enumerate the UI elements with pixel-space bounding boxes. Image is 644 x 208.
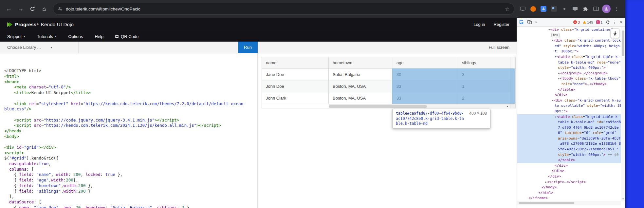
dom-tree-line[interactable]: table k-table-md" id="ca9fad8 [517,120,621,125]
dom-tree[interactable]: ▾<div class="k-grid-container">flex▾<div… [517,27,621,201]
dom-tree-line[interactable]: </div> [517,92,621,98]
accessibility-person-icon[interactable] [610,28,620,38]
run-button[interactable]: Run [238,42,258,53]
side-panel-button[interactable] [591,4,601,14]
devtools-vertical-scrollbar[interactable]: ▾ [621,27,625,201]
dom-tree-line[interactable]: ▸<table class="k-grid-table k- [517,114,621,120]
dom-tree-line[interactable]: ▸<tbody class="k-table-tbody" [517,76,621,82]
extensions-puzzle-button[interactable] [580,4,590,14]
dom-tree-line[interactable]: ed" style="width: 400px; heigh [517,44,621,49]
dom-tree-line[interactable]: </div> [517,163,621,169]
menu-item-tutorials[interactable]: Tutorials ▾ [37,34,57,39]
dom-tree-line[interactable]: </html> [517,190,621,196]
dom-tree-line[interactable]: ▾<table class="k-grid-table k- [517,54,621,60]
home-button[interactable]: ⌂ [39,3,50,14]
dom-tree-line[interactable]: 0" tabindex="0" role="grid" [517,130,621,136]
grid-vertical-scrollbar[interactable] [510,69,515,104]
scrollbar-thumb[interactable] [329,105,427,108]
dom-tree-line[interactable]: t: 108px;"> [517,49,621,54]
scroll-down-icon[interactable]: ▾ [621,198,625,200]
grid-header-cell[interactable]: name [262,57,329,68]
table-cell[interactable]: John Clark [262,92,329,104]
inspect-element-icon[interactable] [519,20,524,25]
menu-item-help[interactable]: Help [95,34,103,39]
table-cell[interactable]: 1 [458,81,510,92]
extension-icon-3[interactable] [549,4,559,14]
grid-header-cell[interactable]: age [392,57,458,68]
dom-tree-line[interactable]: ▾<div class="k-grid-content k-au [517,98,621,104]
dom-tree-line[interactable]: ▾<div class="k-grid-container"> [517,27,621,33]
cast-icon[interactable] [518,4,527,14]
device-toolbar-icon[interactable] [527,20,532,25]
dom-tree-line[interactable]: table k-table-md" role="none" [517,60,621,66]
grid-horizontal-scrollbar[interactable]: ▸ [329,104,510,108]
table-cell[interactable]: 30 [392,69,458,80]
back-button[interactable]: ← [3,3,14,14]
issues-badge[interactable]: !1 [596,20,603,24]
site-info-icon[interactable] [58,7,63,11]
dom-tree-line[interactable]: flex [517,33,621,38]
url-text[interactable]: dojo.telerik.com/@pmilchev/OnoPacic [66,7,502,11]
menu-item-snippet[interactable]: Snippet ▾ [7,34,25,39]
grid-header-cell[interactable]: siblings [458,57,510,68]
table-cell[interactable]: John Doe [262,81,329,92]
home-icon: ⌂ [43,6,46,12]
scroll-right-icon[interactable]: ▸ [505,104,510,108]
dom-tree-line[interactable]: </body> [517,185,621,190]
dom-tree-line[interactable]: to-scrollable" style="width: 36 [517,103,621,109]
dom-tree-line[interactable]: style="width: 400px;"> == $0 [517,152,621,158]
login-link[interactable]: Log in [473,22,485,27]
dom-tree-line[interactable]: </table> [517,87,621,93]
extension-icon-1[interactable] [528,4,538,14]
table-cell[interactable]: Boston, MA, USA [329,92,392,104]
table-cell[interactable]: Jane Doe [262,69,329,80]
extension-icon-2[interactable]: A [539,4,548,14]
profile-avatar[interactable] [601,4,611,14]
dom-tree-line[interactable]: ▾<div class="k-grid-content-lock [517,38,621,44]
dom-tree-line[interactable]: </div> [517,174,621,180]
content-area: <!DOCTYPE html><html><head> <meta charse… [0,53,517,208]
table-cell[interactable]: 33 [392,92,458,104]
forward-button[interactable]: → [15,3,26,14]
console-warnings-badge[interactable]: 149 [583,20,593,24]
dom-tree-line[interactable]: style="width: 400px;"> [517,65,621,71]
dom-tree-line[interactable]: ▸<colgroup>…</colgroup> [517,71,621,76]
code-editor[interactable]: <!DOCTYPE html><html><head> <meta charse… [0,53,258,208]
dom-tree-line[interactable]: </iframe> [517,196,621,201]
grid-header-cell[interactable]: hometown [329,57,392,68]
reload-button[interactable] [27,3,38,14]
table-cell[interactable]: Sofia, Bulgaria [329,69,392,80]
address-bar[interactable]: dojo.telerik.com/@pmilchev/OnoPacic ☆ [53,3,514,15]
table-cell[interactable]: 3 [458,69,510,80]
full-screen-button[interactable]: Full screen [488,42,509,53]
dom-tree-line[interactable]: ▸<script>…</script> [517,180,621,185]
extension-icon-5[interactable] [570,4,580,14]
menu-item-options[interactable]: Options [68,34,83,39]
dom-tree-line[interactable]: -a978-c27006f2192e e1f381b6-8 [517,141,621,147]
letter-a-extension-icon: A [541,6,546,12]
dom-tree-line[interactable]: 8px;"> [517,109,621,114]
dom-tree-line[interactable]: </div> [517,168,621,174]
devtools-close-icon[interactable]: × [620,20,623,25]
table-cell[interactable]: 2 [458,92,510,104]
console-errors-badge[interactable]: ×3 [573,20,580,24]
table-cell[interactable]: Boston, MA, USA [329,81,392,92]
table-cell[interactable]: 33 [392,81,458,92]
devtools-horizontal-scrollbar[interactable] [517,201,621,205]
library-select[interactable]: Choose Library ... ▾ [0,42,79,53]
dom-tree-line[interactable]: </table> [517,158,621,163]
extension-icon-4[interactable] [560,4,569,14]
scrollbar-thumb[interactable] [622,30,624,56]
menu-item-qr-code[interactable]: QR Code [115,34,138,39]
scrollbar-thumb[interactable] [519,202,574,204]
more-panels-icon[interactable]: » [535,20,537,25]
dom-tree-line[interactable]: aria-owns="de13d9f6-28fe-4b3f [517,136,621,142]
dom-tree-line[interactable]: role="none">…</tbody> [517,82,621,87]
register-link[interactable]: Register [494,22,509,27]
devtools-menu-icon[interactable]: ⋮ [613,20,617,25]
browser-menu-button[interactable]: ⋮ [612,4,622,14]
dom-tree-line[interactable]: 5fd-4923-99c2-21aebbce1b51 " [517,147,621,152]
bookmark-star-icon[interactable]: ☆ [505,6,509,12]
settings-gear-icon[interactable] [606,20,610,24]
dom-tree-line[interactable]: 7-df00-4f64-9bd8-ac107742c8e [517,125,621,131]
